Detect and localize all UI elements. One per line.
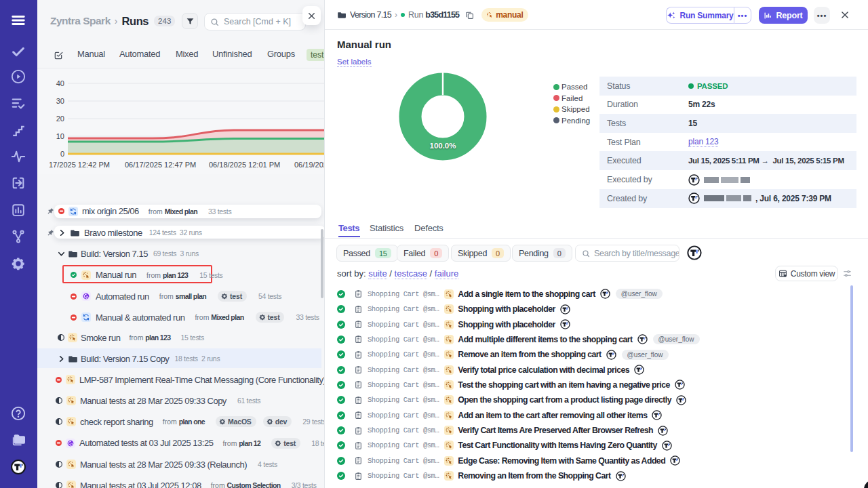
svg-text:40: 40 [56, 79, 64, 87]
svg-text:06/18/2025 12:01 PM: 06/18/2025 12:01 PM [209, 161, 280, 169]
svg-text:17/2025 12:42 PM: 17/2025 12:42 PM [49, 161, 110, 169]
svg-text:100.0%: 100.0% [429, 142, 456, 150]
svg-text:10: 10 [56, 132, 64, 140]
svg-text:0: 0 [60, 150, 64, 158]
svg-text:30: 30 [56, 97, 64, 105]
svg-text:20: 20 [56, 115, 64, 123]
svg-text:06/19/2025: 06/19/2025 [294, 161, 324, 169]
svg-text:06/17/2025 12:47 PM: 06/17/2025 12:47 PM [125, 161, 196, 169]
